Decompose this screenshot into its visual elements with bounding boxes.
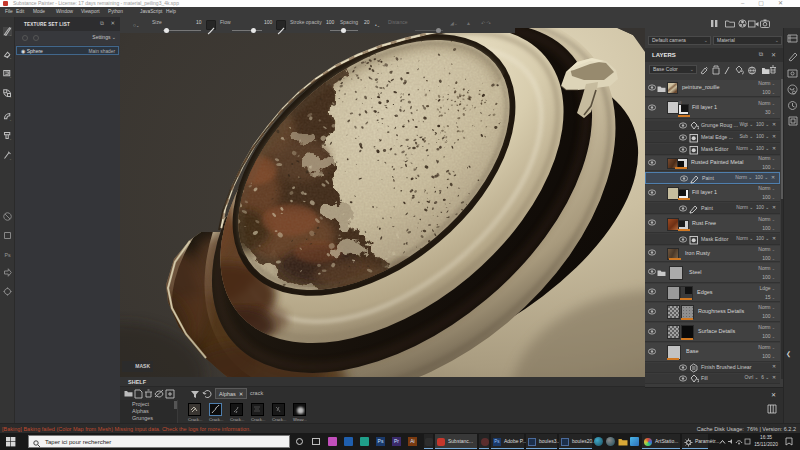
svg-text:Ps: Ps [5, 252, 12, 258]
